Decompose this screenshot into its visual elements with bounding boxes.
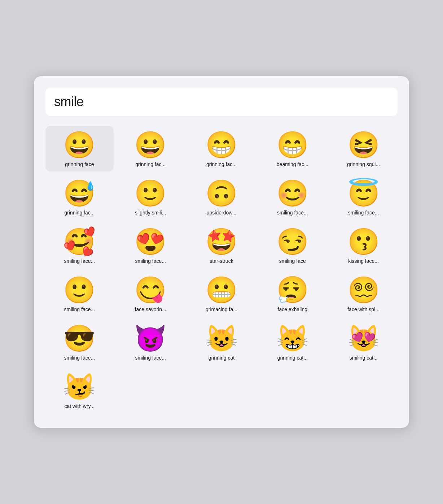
emoji-label: grinning cat [193,355,250,361]
emoji-glyph: 😈 [134,325,167,351]
emoji-glyph: 😁 [205,132,238,158]
emoji-label: slightly smili... [122,210,179,216]
emoji-glyph: 😮‍💨 [276,277,309,303]
emoji-label: smiling face... [51,307,108,312]
emoji-label: smiling face [264,258,321,264]
emoji-item[interactable]: 🥰smiling face... [45,223,114,268]
emoji-glyph: 🙂 [134,180,167,206]
emoji-item[interactable]: 😍smiling face... [117,223,185,268]
emoji-item[interactable]: 🙃upside-dow... [188,174,256,220]
search-query: smile [54,94,84,109]
emoji-label: grinning face [51,161,108,167]
emoji-glyph: 😵‍💫 [347,277,380,303]
emoji-glyph: 😀 [134,132,167,158]
emoji-item[interactable]: 😸grinning cat... [258,320,326,365]
emoji-glyph: 😍 [134,229,167,255]
emoji-item[interactable]: 😈smiling face... [117,320,185,365]
emoji-item[interactable]: 😮‍💨face exhaling [258,271,326,317]
emoji-glyph: 😬 [205,277,238,303]
emoji-glyph: 😗 [347,229,380,255]
emoji-glyph: 😼 [63,374,96,400]
emoji-glyph: 😎 [63,325,96,351]
emoji-label: grinning squi... [335,161,392,167]
emoji-label: smiling face... [264,210,321,216]
emoji-label: face savorin... [122,307,179,312]
emoji-grid: 😀grinning face😀grinning fac...😁grinning … [45,126,398,413]
emoji-label: grinning fac... [51,210,108,216]
emoji-glyph: 😀 [63,132,96,158]
emoji-glyph: 😏 [276,229,309,255]
emoji-glyph: 😆 [347,132,380,158]
emoji-item[interactable]: 😺grinning cat [188,320,256,365]
emoji-glyph: 😅 [63,180,96,206]
emoji-item[interactable]: 😎smiling face... [45,320,114,365]
emoji-label: face with spi... [335,307,392,312]
emoji-label: grinning fac... [193,161,250,167]
emoji-item[interactable]: 🙂slightly smili... [117,174,185,220]
emoji-glyph: 😁 [276,132,309,158]
emoji-label: kissing face... [335,258,392,264]
emoji-glyph: 🙃 [205,180,238,206]
emoji-item[interactable]: 😋face savorin... [117,271,185,317]
emoji-glyph: 😇 [347,180,380,206]
emoji-label: face exhaling [264,307,321,312]
emoji-glyph: 😋 [134,277,167,303]
emoji-glyph: 😺 [205,325,238,351]
emoji-item[interactable]: 🙂smiling face... [45,271,114,317]
emoji-glyph: 😊 [276,180,309,206]
emoji-label: cat with wry... [51,403,108,409]
emoji-glyph: 😸 [276,325,309,351]
emoji-label: grinning cat... [264,355,321,361]
emoji-item[interactable]: 😅grinning fac... [45,174,114,220]
emoji-item[interactable]: 🤩star-struck [188,223,256,268]
emoji-glyph: 🙂 [63,277,96,303]
emoji-item[interactable]: 😏smiling face [258,223,326,268]
emoji-label: grinning fac... [122,161,179,167]
emoji-label: upside-dow... [193,210,250,216]
emoji-item[interactable]: 😁grinning fac... [188,126,256,171]
emoji-item[interactable]: 😬grimacing fa... [188,271,256,317]
emoji-label: smiling face... [335,210,392,216]
emoji-glyph: 🤩 [205,229,238,255]
emoji-label: smiling face... [51,258,108,264]
emoji-glyph: 😻 [347,325,380,351]
emoji-item[interactable]: 😇smiling face... [329,174,398,220]
app-window: smile 😀grinning face😀grinning fac...😁gri… [34,76,409,428]
emoji-item[interactable]: 😁beaming fac... [258,126,326,171]
emoji-label: smiling face... [51,355,108,361]
emoji-label: star-struck [193,258,250,264]
emoji-item[interactable]: 😀grinning face [45,126,114,171]
search-bar: smile [45,88,398,116]
emoji-item[interactable]: 😀grinning fac... [117,126,185,171]
emoji-item[interactable]: 😻smiling cat... [329,320,398,365]
emoji-item[interactable]: 😊smiling face... [258,174,326,220]
emoji-label: beaming fac... [264,161,321,167]
emoji-label: smiling face... [122,355,179,361]
emoji-item[interactable]: 😵‍💫face with spi... [329,271,398,317]
emoji-label: grimacing fa... [193,307,250,312]
emoji-item[interactable]: 😆grinning squi... [329,126,398,171]
emoji-glyph: 🥰 [63,229,96,255]
emoji-item[interactable]: 😼cat with wry... [45,368,114,413]
emoji-label: smiling cat... [335,355,392,361]
emoji-label: smiling face... [122,258,179,264]
emoji-item[interactable]: 😗kissing face... [329,223,398,268]
